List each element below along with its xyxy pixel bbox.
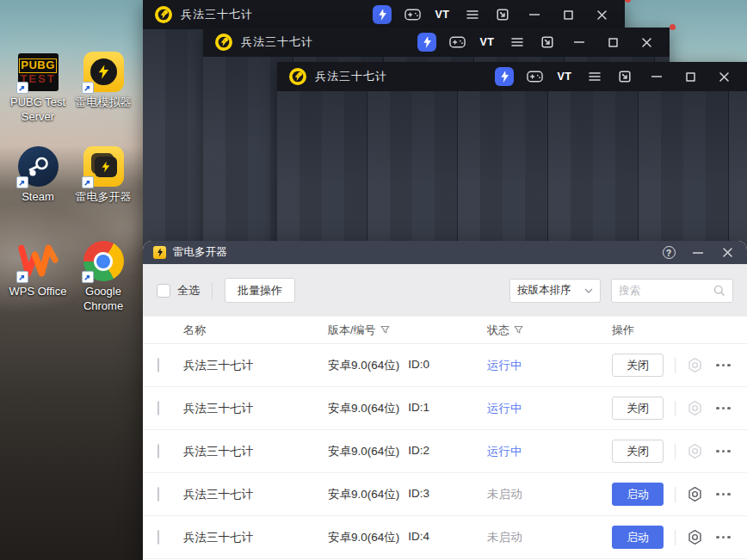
start-stop-button[interactable]: 关闭	[612, 440, 664, 463]
keymapping-button[interactable]	[401, 3, 423, 26]
vt-button[interactable]: VT	[553, 65, 576, 88]
emulator-window-3: 兵法三十七计 VT	[277, 62, 747, 260]
maximize-button[interactable]	[677, 65, 703, 88]
settings-gear-button[interactable]	[687, 529, 703, 545]
row-checkbox[interactable]	[157, 358, 159, 372]
more-options-button[interactable]	[716, 407, 731, 410]
settings-gear-button[interactable]	[687, 486, 703, 502]
search-input[interactable]	[619, 285, 713, 297]
row-checkbox[interactable]	[157, 530, 159, 545]
desktop-icon-chrome[interactable]: Google Chrome	[65, 241, 141, 314]
action-divider	[675, 487, 676, 502]
filter-funnel-icon[interactable]	[514, 325, 523, 335]
row-checkbox[interactable]	[157, 444, 159, 458]
desktop-icon-label: 雷电多开器	[76, 190, 132, 205]
vt-button[interactable]: VT	[476, 31, 498, 53]
select-all-checkbox[interactable]	[157, 284, 170, 298]
minimize-button[interactable]	[566, 31, 592, 53]
menu-button[interactable]	[583, 65, 606, 88]
vt-button[interactable]: VT	[431, 3, 454, 26]
ld-multiplayer-app-icon	[153, 246, 166, 259]
shortcut-arrow-icon	[82, 176, 94, 188]
boost-mode-button[interactable]	[493, 65, 515, 88]
resize-window-button[interactable]	[536, 31, 559, 53]
lightning-boost-icon	[495, 67, 514, 86]
header-name: 名称	[183, 323, 328, 338]
desktop-icon-wps[interactable]: WPS Office	[0, 241, 76, 299]
vt-label: VT	[558, 71, 572, 83]
minimize-button[interactable]	[644, 65, 670, 88]
boost-mode-button[interactable]	[416, 31, 438, 53]
search-icon	[713, 285, 725, 297]
start-stop-button[interactable]: 关闭	[612, 397, 664, 420]
boost-mode-button[interactable]	[371, 3, 393, 26]
instance-id: ID:1	[408, 401, 429, 416]
android-version: 安卓9.0(64位)	[328, 530, 399, 545]
settings-gear-button[interactable]	[687, 400, 703, 416]
instance-status: 运行中	[487, 444, 612, 459]
desktop-icon-steam[interactable]: Steam	[0, 146, 76, 205]
close-button[interactable]	[711, 65, 737, 88]
instance-id: ID:0	[408, 358, 429, 373]
maximize-button[interactable]	[555, 3, 581, 26]
minimize-button[interactable]	[685, 241, 711, 264]
minimize-icon	[574, 41, 584, 43]
hamburger-menu-icon	[589, 71, 601, 82]
batch-operations-button[interactable]: 批量操作	[225, 278, 295, 303]
header-status[interactable]: 状态	[487, 323, 612, 338]
search-box[interactable]	[611, 279, 733, 303]
notification-dot	[670, 24, 676, 30]
more-options-button[interactable]	[716, 364, 731, 367]
shortcut-arrow-icon	[82, 271, 94, 283]
desktop-icon-pubg-test[interactable]: PUBG TEST PUBG Test Server	[0, 52, 76, 125]
row-checkbox[interactable]	[157, 401, 159, 415]
desktop-icon-ld-multiplayer[interactable]: 雷电多开器	[65, 146, 141, 205]
maximize-icon	[564, 10, 573, 20]
vt-label: VT	[435, 9, 450, 21]
resize-window-button[interactable]	[614, 65, 636, 88]
instance-actions: 关闭	[612, 397, 747, 420]
more-options-button[interactable]	[716, 536, 731, 539]
instance-name: 兵法三十七计	[183, 444, 328, 459]
row-checkbox[interactable]	[157, 487, 159, 502]
instance-id: ID:3	[408, 487, 429, 502]
settings-gear-button[interactable]	[687, 357, 703, 373]
maximize-button[interactable]	[600, 31, 626, 53]
close-button[interactable]	[633, 31, 659, 53]
start-stop-button[interactable]: 启动	[612, 483, 664, 506]
pubg-logo-text: PUBG	[19, 58, 57, 72]
emulator-titlebar: 兵法三十七计 VT	[143, 0, 625, 29]
filter-funnel-icon[interactable]	[380, 325, 390, 335]
instance-version: 安卓9.0(64位) ID:3	[328, 487, 487, 502]
help-button[interactable]: ?	[656, 241, 682, 264]
menu-button[interactable]	[506, 31, 528, 53]
lightning-boost-icon	[373, 5, 392, 24]
header-version-label: 版本/编号	[328, 323, 376, 338]
more-options-button[interactable]	[716, 493, 731, 496]
window-title: 兵法三十七计	[241, 34, 313, 50]
desktop-icon-ldplayer[interactable]: 雷电模拟器	[65, 52, 141, 110]
minimize-button[interactable]	[522, 3, 547, 26]
android-version: 安卓9.0(64位)	[328, 487, 399, 502]
instance-name: 兵法三十七计	[183, 358, 328, 373]
android-version: 安卓9.0(64位)	[328, 358, 399, 373]
resize-window-button[interactable]	[491, 3, 514, 26]
instance-row: 兵法三十七计 安卓9.0(64位) ID:1 运行中 关闭	[143, 387, 747, 430]
manager-window-title: 雷电多开器	[173, 245, 227, 260]
close-button[interactable]	[714, 241, 740, 264]
start-stop-button[interactable]: 关闭	[612, 354, 664, 377]
emulator-titlebar: 兵法三十七计 VT	[203, 28, 670, 57]
settings-gear-button[interactable]	[687, 443, 703, 459]
multi-instance-manager-window: 雷电多开器 ? 全选 批量操作 按版本排序 名称 版本/编号 状态	[143, 241, 747, 560]
resize-arrow-icon	[541, 36, 553, 48]
sort-dropdown[interactable]: 按版本排序	[509, 279, 601, 303]
close-button[interactable]	[589, 3, 614, 26]
keymapping-button[interactable]	[523, 65, 546, 88]
keymapping-button[interactable]	[446, 31, 468, 53]
more-options-button[interactable]	[716, 450, 731, 453]
start-stop-button[interactable]: 启动	[612, 526, 664, 549]
menu-button[interactable]	[461, 3, 484, 26]
header-version[interactable]: 版本/编号	[328, 323, 487, 338]
resize-arrow-icon	[497, 9, 509, 21]
android-version: 安卓9.0(64位)	[328, 401, 399, 416]
